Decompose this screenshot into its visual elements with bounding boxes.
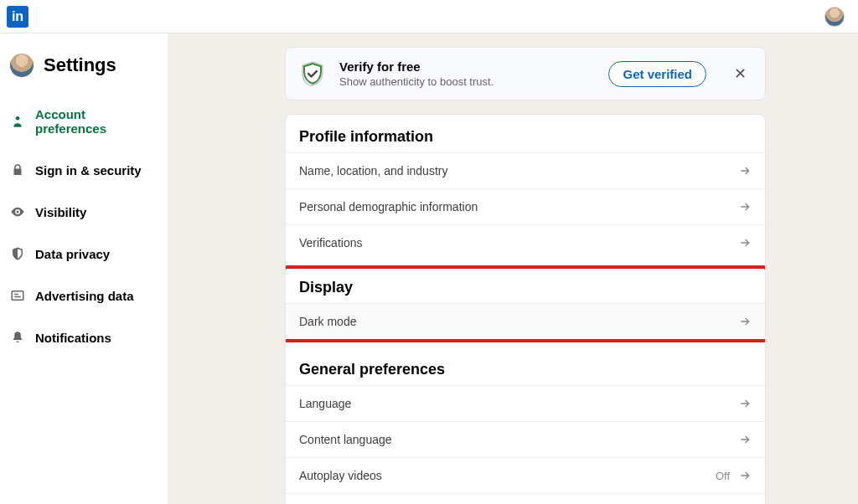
row-verifications[interactable]: Verifications [286,224,765,260]
section-heading-display: Display [286,269,765,303]
sidebar-item-label: Data privacy [35,247,110,261]
verify-banner: Verify for free Show authenticity to boo… [285,47,766,100]
svg-rect-2 [12,291,23,301]
sidebar-item-label: Sign in & security [35,163,142,177]
chevron-right-icon [738,433,752,446]
chevron-right-icon [738,469,752,482]
main-content: Verify for free Show authenticity to boo… [168,33,858,504]
row-label: Dark mode [299,315,356,328]
sidebar-header: Settings [0,54,168,94]
page-title: Settings [44,54,116,76]
linkedin-logo[interactable]: in [7,6,28,28]
topbar: in [0,0,858,33]
row-autoplay-videos[interactable]: Autoplay videos Off [286,457,765,493]
sidebar-item-label: Visibility [35,205,86,219]
row-label: Personal demographic information [299,200,478,213]
row-label: Content language [299,433,392,446]
row-label: Autoplay videos [299,469,382,482]
profile-avatar[interactable] [824,7,845,27]
highlight-display-section: Display Dark mode [285,265,766,342]
banner-title: Verify for free [339,59,595,74]
sidebar-item-label: Account preferences [35,107,158,136]
row-demographic-info[interactable]: Personal demographic information [286,188,765,224]
row-label: Name, location, and industry [299,164,447,177]
shield-check-icon [299,60,326,87]
chevron-right-icon [738,164,752,177]
lock-icon [10,162,25,177]
row-language[interactable]: Language [286,385,765,421]
chevron-right-icon [738,397,752,410]
sidebar-item-account-preferences[interactable]: Account preferences [0,94,168,149]
sidebar-item-notifications[interactable]: Notifications [0,316,168,358]
get-verified-button[interactable]: Get verified [608,61,706,87]
row-sound-effects[interactable]: Sound effects On [286,493,765,504]
row-name-location-industry[interactable]: Name, location, and industry [286,152,765,188]
sidebar-item-visibility[interactable]: Visibility [0,191,168,233]
svg-point-1 [17,211,19,213]
person-icon [10,114,25,129]
chevron-right-icon [738,315,752,328]
row-label: Language [299,397,351,410]
section-heading-general: General preferences [286,347,765,385]
sidebar-item-label: Advertising data [35,289,134,303]
svg-point-0 [16,116,20,121]
row-content-language[interactable]: Content language [286,421,765,457]
newspaper-icon [10,288,25,303]
section-heading-profile: Profile information [286,115,765,152]
sidebar-item-signin-security[interactable]: Sign in & security [0,149,168,191]
bell-icon [10,330,25,345]
row-value: Off [716,470,730,482]
eye-icon [10,204,25,219]
sidebar-avatar[interactable] [10,54,34,77]
row-label: Verifications [299,236,362,249]
banner-subtitle: Show authenticity to boost trust. [339,75,595,88]
close-icon[interactable]: ✕ [728,62,752,85]
sidebar-item-label: Notifications [35,331,111,345]
chevron-right-icon [738,200,752,213]
sidebar: Settings Account preferences Sign in & s… [0,33,168,504]
sidebar-item-data-privacy[interactable]: Data privacy [0,233,168,275]
settings-card: Profile information Name, location, and … [285,114,766,504]
chevron-right-icon [738,236,752,249]
row-dark-mode[interactable]: Dark mode [286,303,765,339]
sidebar-item-advertising-data[interactable]: Advertising data [0,275,168,316]
shield-half-icon [10,246,25,261]
